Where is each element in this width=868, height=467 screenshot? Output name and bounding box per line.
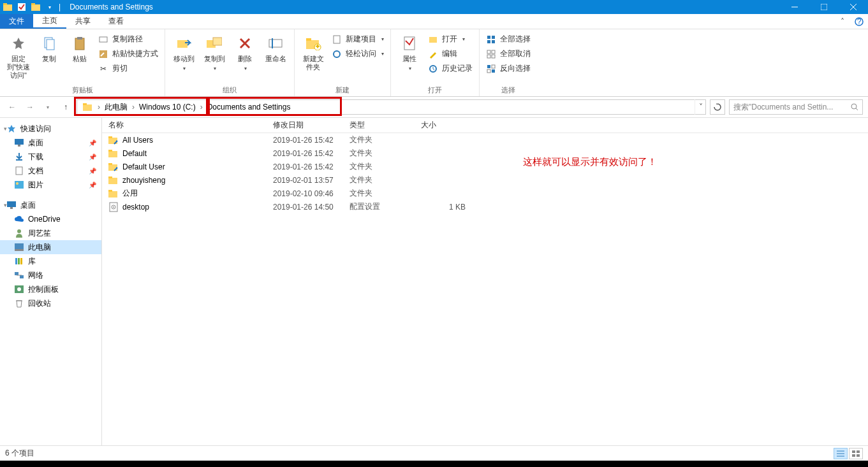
new-folder-button[interactable]: ✦ 新建文件夹 — [300, 32, 327, 71]
ribbon-group-new: ✦ 新建文件夹 新建项目▾ 轻松访问▾ 新建 — [295, 29, 391, 96]
up-button[interactable]: ↑ — [59, 100, 73, 114]
close-button[interactable] — [839, 0, 868, 14]
copy-to-button[interactable]: 复制到▾ — [201, 32, 228, 71]
svg-text:✦: ✦ — [314, 42, 321, 50]
chevron-right-icon[interactable]: › — [131, 103, 136, 111]
svg-rect-4 — [31, 3, 35, 5]
paste-shortcut-button[interactable]: 粘贴快捷方式 — [97, 48, 159, 60]
sidebar-user[interactable]: 周艺笙 — [0, 226, 101, 240]
sidebar-documents[interactable]: 文档📌 — [0, 164, 101, 178]
rename-button[interactable]: 重命名 — [262, 32, 289, 63]
collapse-ribbon-icon[interactable]: ˄ — [837, 17, 848, 27]
address-bar[interactable]: › 此电脑 › Windows 10 (C:) › Documents and … — [77, 99, 706, 115]
file-type: 文件夹 — [349, 188, 421, 199]
refresh-button[interactable] — [710, 99, 725, 115]
edit-button[interactable]: 编辑 — [427, 48, 474, 60]
chevron-right-icon[interactable]: › — [96, 103, 101, 111]
col-size[interactable]: 大小 — [421, 120, 472, 131]
file-name: 公用 — [122, 188, 138, 199]
chevron-down-icon[interactable]: ▾ — [4, 126, 7, 132]
select-none-button[interactable]: 全部取消 — [485, 48, 532, 60]
back-button[interactable]: ← — [5, 100, 19, 114]
invert-selection-button[interactable]: 反向选择 — [485, 62, 532, 75]
sidebar-this-pc[interactable]: 此电脑 — [0, 240, 101, 254]
delete-button[interactable]: 删除▾ — [232, 32, 258, 71]
svg-rect-76 — [108, 176, 112, 178]
select-all-button[interactable]: 全部选择 — [485, 33, 532, 45]
file-icon — [108, 148, 119, 159]
open-button[interactable]: 打开▾ — [427, 33, 474, 45]
chevron-right-icon[interactable]: › — [199, 103, 204, 111]
move-to-button[interactable]: 移动到▾ — [170, 32, 197, 71]
search-input[interactable]: 搜索"Documents and Settin... — [729, 99, 863, 115]
sidebar-quick-access[interactable]: ▾ 快速访问 — [0, 122, 101, 136]
table-row[interactable]: All Users2019-01-26 15:42文件夹 — [102, 133, 868, 147]
table-row[interactable]: Default User2019-01-26 15:42文件夹 — [102, 160, 868, 173]
easy-access-icon — [332, 49, 342, 59]
file-name: desktop — [122, 203, 149, 212]
sidebar-recycle-bin[interactable]: 回收站 — [0, 296, 101, 310]
table-row[interactable]: zhouyisheng2019-02-01 13:57文件夹 — [102, 173, 868, 187]
svg-rect-63 — [15, 272, 18, 275]
sidebar-pictures[interactable]: 图片📌 — [0, 178, 101, 192]
col-name[interactable]: 名称 — [108, 120, 273, 131]
file-type: 文件夹 — [349, 134, 421, 145]
chevron-down-icon[interactable]: ▾ — [4, 202, 7, 208]
svg-rect-36 — [492, 40, 495, 43]
status-count: 6 个项目 — [5, 448, 34, 459]
forward-button[interactable]: → — [23, 100, 37, 114]
view-details-button[interactable] — [834, 448, 848, 459]
svg-rect-52 — [16, 167, 22, 175]
view-large-button[interactable] — [849, 448, 863, 459]
shortcut-icon — [98, 49, 108, 59]
svg-rect-64 — [20, 275, 24, 278]
svg-point-54 — [16, 182, 18, 185]
svg-point-47 — [851, 104, 857, 109]
properties-button[interactable]: 属性▾ — [396, 32, 423, 71]
col-modified[interactable]: 修改日期 — [273, 120, 349, 131]
table-row[interactable]: Default2019-01-26 15:42文件夹 — [102, 147, 868, 160]
addr-thispc[interactable]: 此电脑 — [101, 100, 131, 114]
col-type[interactable]: 类型 — [349, 120, 421, 131]
table-row[interactable]: desktop2019-01-26 14:50配置设置1 KB — [102, 200, 868, 213]
copy-path-button[interactable]: 复制路径 — [97, 33, 159, 45]
maximize-button[interactable] — [809, 0, 839, 14]
svg-rect-28 — [334, 36, 340, 43]
history-button[interactable]: 历史记录 — [427, 62, 474, 75]
sidebar-desktop-root[interactable]: ▾ 桌面 — [0, 198, 101, 212]
tab-home[interactable]: 主页 — [33, 14, 66, 29]
paste-button[interactable]: 粘贴 — [66, 32, 93, 63]
new-item-button[interactable]: 新建项目▾ — [330, 33, 385, 45]
qa-toggle-icon[interactable] — [17, 2, 27, 12]
svg-rect-85 — [852, 450, 855, 453]
sidebar-onedrive[interactable]: OneDrive — [0, 212, 101, 226]
tab-share[interactable]: 共享 — [66, 14, 99, 29]
sidebar-control-panel[interactable]: 控制面板 — [0, 282, 101, 296]
sidebar-libraries[interactable]: 库 — [0, 254, 101, 268]
cut-button[interactable]: ✂剪切 — [97, 62, 159, 75]
addr-folder[interactable]: Documents and Settings — [204, 100, 294, 114]
copy-button[interactable]: 复制 — [36, 32, 63, 63]
recent-dd-icon[interactable]: ▾ — [41, 100, 55, 114]
file-modified: 2019-01-26 15:42 — [273, 136, 349, 145]
addr-root-icon[interactable] — [80, 100, 96, 114]
dropdown-icon[interactable]: ▾ — [45, 2, 55, 12]
sidebar-desktop[interactable]: 桌面📌 — [0, 136, 101, 150]
address-dropdown-icon[interactable]: ˅ — [695, 99, 706, 115]
svg-rect-40 — [492, 55, 495, 58]
pin-quick-access-button[interactable]: 固定到"快速访问" — [5, 32, 32, 80]
move-icon — [175, 34, 193, 52]
help-icon[interactable]: ? — [854, 17, 864, 27]
table-row[interactable]: 公用2019-02-10 09:46文件夹 — [102, 187, 868, 200]
file-modified: 2019-01-26 15:42 — [273, 149, 349, 158]
svg-point-29 — [334, 51, 340, 57]
tab-file[interactable]: 文件 — [0, 14, 33, 29]
easy-access-button[interactable]: 轻松访问▾ — [330, 48, 385, 60]
addr-drive[interactable]: Windows 10 (C:) — [136, 100, 199, 114]
sidebar-network[interactable]: 网络 — [0, 268, 101, 282]
pictures-icon — [14, 180, 24, 190]
sidebar-downloads[interactable]: 下载📌 — [0, 150, 101, 164]
svg-rect-70 — [108, 136, 112, 138]
tab-view[interactable]: 查看 — [99, 14, 133, 29]
minimize-button[interactable] — [780, 0, 809, 14]
